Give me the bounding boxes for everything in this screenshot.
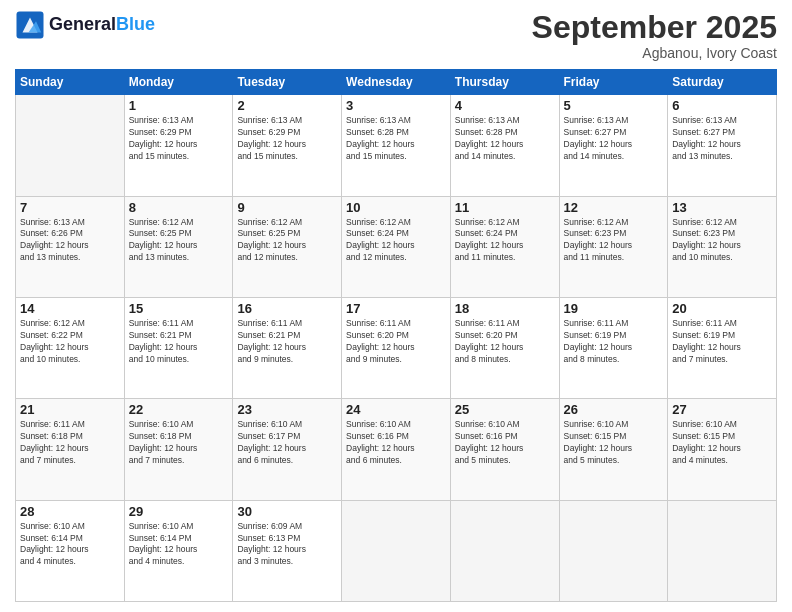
calendar-cell bbox=[668, 500, 777, 601]
weekday-header-friday: Friday bbox=[559, 70, 668, 95]
day-info: Sunrise: 6:10 AMSunset: 6:16 PMDaylight:… bbox=[346, 419, 446, 467]
day-number: 24 bbox=[346, 402, 446, 417]
day-info: Sunrise: 6:10 AMSunset: 6:15 PMDaylight:… bbox=[564, 419, 664, 467]
logo: GeneralBlue bbox=[15, 10, 155, 40]
day-info: Sunrise: 6:12 AMSunset: 6:25 PMDaylight:… bbox=[129, 217, 229, 265]
calendar-cell: 8Sunrise: 6:12 AMSunset: 6:25 PMDaylight… bbox=[124, 196, 233, 297]
weekday-header-wednesday: Wednesday bbox=[342, 70, 451, 95]
day-info: Sunrise: 6:11 AMSunset: 6:19 PMDaylight:… bbox=[672, 318, 772, 366]
page: GeneralBlue September 2025 Agbanou, Ivor… bbox=[0, 0, 792, 612]
calendar-week-row: 21Sunrise: 6:11 AMSunset: 6:18 PMDayligh… bbox=[16, 399, 777, 500]
day-info: Sunrise: 6:12 AMSunset: 6:24 PMDaylight:… bbox=[455, 217, 555, 265]
calendar-cell: 13Sunrise: 6:12 AMSunset: 6:23 PMDayligh… bbox=[668, 196, 777, 297]
day-number: 25 bbox=[455, 402, 555, 417]
calendar-cell: 21Sunrise: 6:11 AMSunset: 6:18 PMDayligh… bbox=[16, 399, 125, 500]
day-number: 21 bbox=[20, 402, 120, 417]
calendar-cell: 11Sunrise: 6:12 AMSunset: 6:24 PMDayligh… bbox=[450, 196, 559, 297]
day-number: 19 bbox=[564, 301, 664, 316]
calendar-week-row: 1Sunrise: 6:13 AMSunset: 6:29 PMDaylight… bbox=[16, 95, 777, 196]
calendar-cell bbox=[559, 500, 668, 601]
weekday-header-monday: Monday bbox=[124, 70, 233, 95]
day-info: Sunrise: 6:11 AMSunset: 6:21 PMDaylight:… bbox=[129, 318, 229, 366]
day-info: Sunrise: 6:11 AMSunset: 6:19 PMDaylight:… bbox=[564, 318, 664, 366]
day-number: 15 bbox=[129, 301, 229, 316]
calendar-cell: 24Sunrise: 6:10 AMSunset: 6:16 PMDayligh… bbox=[342, 399, 451, 500]
logo-text: GeneralBlue bbox=[49, 15, 155, 35]
day-number: 12 bbox=[564, 200, 664, 215]
day-info: Sunrise: 6:11 AMSunset: 6:20 PMDaylight:… bbox=[455, 318, 555, 366]
calendar-cell: 16Sunrise: 6:11 AMSunset: 6:21 PMDayligh… bbox=[233, 297, 342, 398]
weekday-header-sunday: Sunday bbox=[16, 70, 125, 95]
day-number: 20 bbox=[672, 301, 772, 316]
day-info: Sunrise: 6:12 AMSunset: 6:23 PMDaylight:… bbox=[672, 217, 772, 265]
calendar-week-row: 7Sunrise: 6:13 AMSunset: 6:26 PMDaylight… bbox=[16, 196, 777, 297]
calendar-cell: 10Sunrise: 6:12 AMSunset: 6:24 PMDayligh… bbox=[342, 196, 451, 297]
day-info: Sunrise: 6:12 AMSunset: 6:25 PMDaylight:… bbox=[237, 217, 337, 265]
day-number: 11 bbox=[455, 200, 555, 215]
day-info: Sunrise: 6:10 AMSunset: 6:18 PMDaylight:… bbox=[129, 419, 229, 467]
calendar-cell: 22Sunrise: 6:10 AMSunset: 6:18 PMDayligh… bbox=[124, 399, 233, 500]
calendar-cell: 17Sunrise: 6:11 AMSunset: 6:20 PMDayligh… bbox=[342, 297, 451, 398]
day-number: 3 bbox=[346, 98, 446, 113]
day-info: Sunrise: 6:13 AMSunset: 6:26 PMDaylight:… bbox=[20, 217, 120, 265]
calendar-cell: 30Sunrise: 6:09 AMSunset: 6:13 PMDayligh… bbox=[233, 500, 342, 601]
calendar-cell: 23Sunrise: 6:10 AMSunset: 6:17 PMDayligh… bbox=[233, 399, 342, 500]
calendar-cell bbox=[342, 500, 451, 601]
day-number: 5 bbox=[564, 98, 664, 113]
day-number: 8 bbox=[129, 200, 229, 215]
calendar-cell: 20Sunrise: 6:11 AMSunset: 6:19 PMDayligh… bbox=[668, 297, 777, 398]
calendar-week-row: 28Sunrise: 6:10 AMSunset: 6:14 PMDayligh… bbox=[16, 500, 777, 601]
day-number: 6 bbox=[672, 98, 772, 113]
weekday-header-tuesday: Tuesday bbox=[233, 70, 342, 95]
header: GeneralBlue September 2025 Agbanou, Ivor… bbox=[15, 10, 777, 61]
day-number: 7 bbox=[20, 200, 120, 215]
weekday-header-thursday: Thursday bbox=[450, 70, 559, 95]
day-number: 18 bbox=[455, 301, 555, 316]
day-info: Sunrise: 6:11 AMSunset: 6:20 PMDaylight:… bbox=[346, 318, 446, 366]
day-number: 14 bbox=[20, 301, 120, 316]
title-block: September 2025 Agbanou, Ivory Coast bbox=[532, 10, 777, 61]
calendar-table: SundayMondayTuesdayWednesdayThursdayFrid… bbox=[15, 69, 777, 602]
day-info: Sunrise: 6:09 AMSunset: 6:13 PMDaylight:… bbox=[237, 521, 337, 569]
calendar-cell bbox=[16, 95, 125, 196]
calendar-cell: 5Sunrise: 6:13 AMSunset: 6:27 PMDaylight… bbox=[559, 95, 668, 196]
day-number: 27 bbox=[672, 402, 772, 417]
calendar-cell: 29Sunrise: 6:10 AMSunset: 6:14 PMDayligh… bbox=[124, 500, 233, 601]
weekday-header-saturday: Saturday bbox=[668, 70, 777, 95]
calendar-cell: 27Sunrise: 6:10 AMSunset: 6:15 PMDayligh… bbox=[668, 399, 777, 500]
calendar-cell: 9Sunrise: 6:12 AMSunset: 6:25 PMDaylight… bbox=[233, 196, 342, 297]
calendar-cell: 6Sunrise: 6:13 AMSunset: 6:27 PMDaylight… bbox=[668, 95, 777, 196]
weekday-header-row: SundayMondayTuesdayWednesdayThursdayFrid… bbox=[16, 70, 777, 95]
day-number: 22 bbox=[129, 402, 229, 417]
calendar-cell: 4Sunrise: 6:13 AMSunset: 6:28 PMDaylight… bbox=[450, 95, 559, 196]
calendar-cell: 15Sunrise: 6:11 AMSunset: 6:21 PMDayligh… bbox=[124, 297, 233, 398]
calendar-cell: 18Sunrise: 6:11 AMSunset: 6:20 PMDayligh… bbox=[450, 297, 559, 398]
day-number: 2 bbox=[237, 98, 337, 113]
calendar-cell: 7Sunrise: 6:13 AMSunset: 6:26 PMDaylight… bbox=[16, 196, 125, 297]
calendar-cell bbox=[450, 500, 559, 601]
day-info: Sunrise: 6:10 AMSunset: 6:17 PMDaylight:… bbox=[237, 419, 337, 467]
calendar-cell: 2Sunrise: 6:13 AMSunset: 6:29 PMDaylight… bbox=[233, 95, 342, 196]
day-number: 29 bbox=[129, 504, 229, 519]
day-number: 4 bbox=[455, 98, 555, 113]
calendar-cell: 25Sunrise: 6:10 AMSunset: 6:16 PMDayligh… bbox=[450, 399, 559, 500]
calendar-cell: 12Sunrise: 6:12 AMSunset: 6:23 PMDayligh… bbox=[559, 196, 668, 297]
day-info: Sunrise: 6:10 AMSunset: 6:14 PMDaylight:… bbox=[129, 521, 229, 569]
day-info: Sunrise: 6:11 AMSunset: 6:18 PMDaylight:… bbox=[20, 419, 120, 467]
day-number: 10 bbox=[346, 200, 446, 215]
calendar-cell: 19Sunrise: 6:11 AMSunset: 6:19 PMDayligh… bbox=[559, 297, 668, 398]
day-info: Sunrise: 6:13 AMSunset: 6:27 PMDaylight:… bbox=[564, 115, 664, 163]
day-number: 23 bbox=[237, 402, 337, 417]
day-info: Sunrise: 6:13 AMSunset: 6:28 PMDaylight:… bbox=[346, 115, 446, 163]
day-info: Sunrise: 6:10 AMSunset: 6:14 PMDaylight:… bbox=[20, 521, 120, 569]
day-info: Sunrise: 6:13 AMSunset: 6:27 PMDaylight:… bbox=[672, 115, 772, 163]
logo-icon bbox=[15, 10, 45, 40]
calendar-week-row: 14Sunrise: 6:12 AMSunset: 6:22 PMDayligh… bbox=[16, 297, 777, 398]
day-info: Sunrise: 6:13 AMSunset: 6:29 PMDaylight:… bbox=[237, 115, 337, 163]
calendar-cell: 26Sunrise: 6:10 AMSunset: 6:15 PMDayligh… bbox=[559, 399, 668, 500]
day-info: Sunrise: 6:12 AMSunset: 6:24 PMDaylight:… bbox=[346, 217, 446, 265]
day-number: 13 bbox=[672, 200, 772, 215]
day-number: 30 bbox=[237, 504, 337, 519]
day-info: Sunrise: 6:12 AMSunset: 6:23 PMDaylight:… bbox=[564, 217, 664, 265]
calendar-cell: 1Sunrise: 6:13 AMSunset: 6:29 PMDaylight… bbox=[124, 95, 233, 196]
